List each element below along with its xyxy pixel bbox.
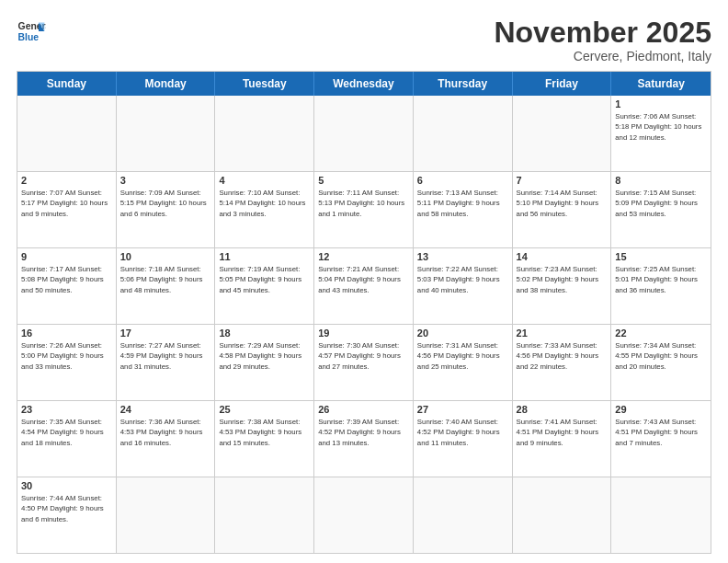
cell-empty [215,96,314,171]
cell-day-2: 2Sunrise: 7:07 AM Sunset: 5:17 PM Daylig… [17,172,117,247]
logo-icon: General Blue [17,17,46,46]
day-number: 26 [318,404,409,415]
cell-day-26: 26Sunrise: 7:39 AM Sunset: 4:52 PM Dayli… [314,401,414,477]
day-number: 4 [219,175,310,186]
day-number: 17 [120,327,211,339]
cell-day-1: 1Sunrise: 7:06 AM Sunset: 5:18 PM Daylig… [611,96,711,171]
cell-day-23: 23Sunrise: 7:35 AM Sunset: 4:54 PM Dayli… [17,401,117,477]
cell-empty [414,477,513,553]
logo: General Blue [17,17,46,46]
day-number: 19 [318,327,409,339]
day-number: 11 [219,251,310,262]
calendar-header: SundayMondayTuesdayWednesdayThursdayFrid… [17,72,711,96]
sun-info: Sunrise: 7:09 AM Sunset: 5:15 PM Dayligh… [120,188,211,219]
cell-day-7: 7Sunrise: 7:14 AM Sunset: 5:10 PM Daylig… [513,172,612,247]
day-number: 1 [615,98,707,109]
sun-info: Sunrise: 7:33 AM Sunset: 4:56 PM Dayligh… [517,340,608,372]
day-number: 15 [615,251,707,262]
day-number: 22 [615,327,707,339]
day-number: 10 [120,251,211,262]
sun-info: Sunrise: 7:36 AM Sunset: 4:53 PM Dayligh… [120,417,211,448]
day-name-wednesday: Wednesday [314,72,414,96]
header: General Blue November 2025 Cervere, Pied… [17,17,711,63]
day-name-sunday: Sunday [17,72,117,96]
cell-day-19: 19Sunrise: 7:30 AM Sunset: 4:57 PM Dayli… [314,325,414,400]
sun-info: Sunrise: 7:22 AM Sunset: 5:03 PM Dayligh… [417,264,508,295]
cell-empty [117,96,216,171]
cell-day-8: 8Sunrise: 7:15 AM Sunset: 5:09 PM Daylig… [611,172,711,247]
sun-info: Sunrise: 7:21 AM Sunset: 5:04 PM Dayligh… [318,264,409,295]
sun-info: Sunrise: 7:13 AM Sunset: 5:11 PM Dayligh… [417,188,508,219]
month-title: November 2025 [494,17,711,49]
calendar-body: 1Sunrise: 7:06 AM Sunset: 5:18 PM Daylig… [17,96,711,553]
day-number: 14 [517,251,608,262]
cell-day-16: 16Sunrise: 7:26 AM Sunset: 5:00 PM Dayli… [17,325,117,400]
day-number: 29 [615,404,707,415]
svg-text:Blue: Blue [18,32,40,42]
cell-empty [414,96,513,171]
calendar-row-4: 23Sunrise: 7:35 AM Sunset: 4:54 PM Dayli… [17,401,711,477]
location: Cervere, Piedmont, Italy [494,49,711,63]
sun-info: Sunrise: 7:34 AM Sunset: 4:55 PM Dayligh… [615,340,707,372]
calendar-row-5: 30Sunrise: 7:44 AM Sunset: 4:50 PM Dayli… [17,477,711,553]
day-number: 30 [21,480,112,491]
sun-info: Sunrise: 7:40 AM Sunset: 4:52 PM Dayligh… [417,417,508,448]
day-number: 18 [219,327,310,339]
sun-info: Sunrise: 7:25 AM Sunset: 5:01 PM Dayligh… [615,264,707,295]
day-number: 9 [21,251,112,262]
day-name-tuesday: Tuesday [215,72,314,96]
cell-day-18: 18Sunrise: 7:29 AM Sunset: 4:58 PM Dayli… [215,325,314,400]
day-number: 23 [21,404,112,415]
day-name-friday: Friday [513,72,612,96]
day-number: 28 [517,404,608,415]
day-number: 12 [318,251,409,262]
day-number: 7 [517,175,608,186]
cell-day-12: 12Sunrise: 7:21 AM Sunset: 5:04 PM Dayli… [314,248,414,324]
sun-info: Sunrise: 7:10 AM Sunset: 5:14 PM Dayligh… [219,188,310,219]
sun-info: Sunrise: 7:31 AM Sunset: 4:56 PM Dayligh… [417,340,508,372]
cell-empty [17,96,117,171]
cell-day-10: 10Sunrise: 7:18 AM Sunset: 5:06 PM Dayli… [117,248,216,324]
cell-day-3: 3Sunrise: 7:09 AM Sunset: 5:15 PM Daylig… [117,172,216,247]
sun-info: Sunrise: 7:43 AM Sunset: 4:51 PM Dayligh… [615,417,707,448]
cell-day-27: 27Sunrise: 7:40 AM Sunset: 4:52 PM Dayli… [414,401,513,477]
cell-day-11: 11Sunrise: 7:19 AM Sunset: 5:05 PM Dayli… [215,248,314,324]
sun-info: Sunrise: 7:06 AM Sunset: 5:18 PM Dayligh… [615,111,707,143]
day-number: 5 [318,175,409,186]
day-name-monday: Monday [117,72,216,96]
cell-empty [117,477,216,553]
sun-info: Sunrise: 7:39 AM Sunset: 4:52 PM Dayligh… [318,417,409,448]
cell-day-25: 25Sunrise: 7:38 AM Sunset: 4:53 PM Dayli… [215,401,314,477]
day-number: 13 [417,251,508,262]
cell-day-13: 13Sunrise: 7:22 AM Sunset: 5:03 PM Dayli… [414,248,513,324]
day-number: 8 [615,175,707,186]
sun-info: Sunrise: 7:35 AM Sunset: 4:54 PM Dayligh… [21,417,112,448]
calendar-row-3: 16Sunrise: 7:26 AM Sunset: 5:00 PM Dayli… [17,325,711,401]
day-number: 20 [417,327,508,339]
sun-info: Sunrise: 7:38 AM Sunset: 4:53 PM Dayligh… [219,417,310,448]
day-number: 3 [120,175,211,186]
cell-day-28: 28Sunrise: 7:41 AM Sunset: 4:51 PM Dayli… [513,401,612,477]
cell-day-24: 24Sunrise: 7:36 AM Sunset: 4:53 PM Dayli… [117,401,216,477]
sun-info: Sunrise: 7:14 AM Sunset: 5:10 PM Dayligh… [517,188,608,219]
cell-day-6: 6Sunrise: 7:13 AM Sunset: 5:11 PM Daylig… [414,172,513,247]
sun-info: Sunrise: 7:29 AM Sunset: 4:58 PM Dayligh… [219,340,310,372]
page: General Blue November 2025 Cervere, Pied… [0,0,728,563]
day-name-saturday: Saturday [611,72,711,96]
sun-info: Sunrise: 7:19 AM Sunset: 5:05 PM Dayligh… [219,264,310,295]
sun-info: Sunrise: 7:17 AM Sunset: 5:08 PM Dayligh… [21,264,112,295]
day-number: 27 [417,404,508,415]
cell-day-21: 21Sunrise: 7:33 AM Sunset: 4:56 PM Dayli… [513,325,612,400]
sun-info: Sunrise: 7:18 AM Sunset: 5:06 PM Dayligh… [120,264,211,295]
cell-day-20: 20Sunrise: 7:31 AM Sunset: 4:56 PM Dayli… [414,325,513,400]
sun-info: Sunrise: 7:11 AM Sunset: 5:13 PM Dayligh… [318,188,409,219]
sun-info: Sunrise: 7:44 AM Sunset: 4:50 PM Dayligh… [21,493,112,524]
sun-info: Sunrise: 7:27 AM Sunset: 4:59 PM Dayligh… [120,340,211,372]
cell-empty [314,96,414,171]
cell-empty [513,477,612,553]
cell-day-29: 29Sunrise: 7:43 AM Sunset: 4:51 PM Dayli… [611,401,711,477]
calendar: SundayMondayTuesdayWednesdayThursdayFrid… [17,71,711,554]
cell-empty [215,477,314,553]
cell-day-17: 17Sunrise: 7:27 AM Sunset: 4:59 PM Dayli… [117,325,216,400]
day-number: 24 [120,404,211,415]
